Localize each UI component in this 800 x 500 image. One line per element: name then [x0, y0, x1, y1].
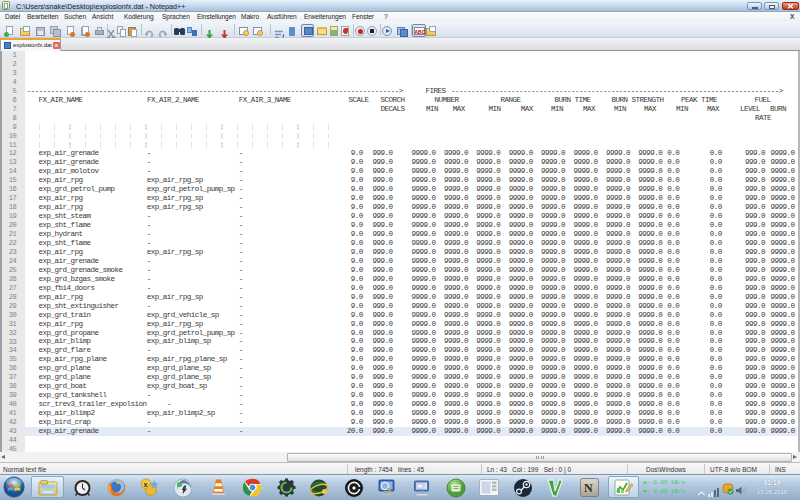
svg-text:x: x — [143, 481, 147, 488]
svg-text:N: N — [584, 481, 593, 495]
